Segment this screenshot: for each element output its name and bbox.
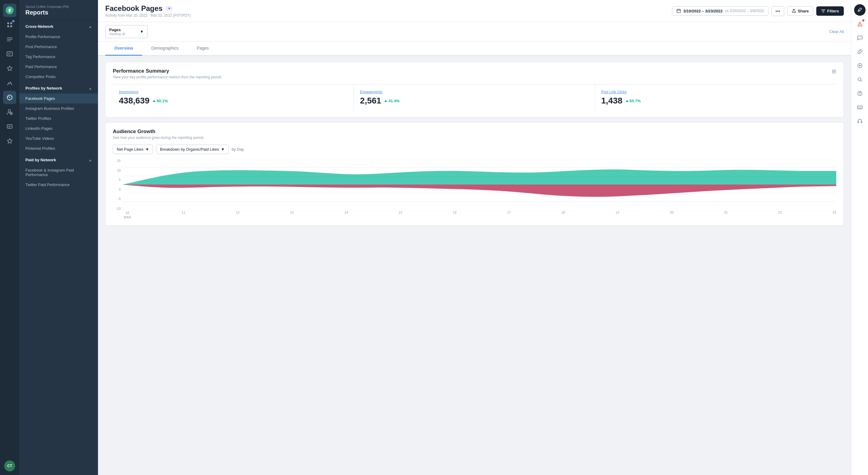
page-title: Facebook Pages ✦ (105, 4, 191, 13)
chart-svg (123, 159, 836, 210)
svg-rect-1 (7, 22, 9, 24)
nav-icon-8[interactable] (3, 120, 16, 133)
right-rail (851, 0, 868, 475)
edit-icon[interactable] (854, 4, 866, 16)
paid-by-network-header[interactable]: Paid by Network ▲ (19, 153, 98, 165)
table-view-icon[interactable]: ⊞ (832, 68, 836, 75)
post-link-clicks-value: 1,438 (601, 96, 622, 106)
audience-growth-card: Audience Growth See how your audience gr… (105, 122, 844, 226)
share-button[interactable]: Share (787, 6, 813, 16)
chevron-up-icon-2: ▲ (89, 87, 92, 90)
user-avatar[interactable]: CT (4, 461, 15, 471)
sidebar-header: Sprout Coffee Corporate (PA) Reports (19, 0, 98, 20)
tab-pages[interactable]: Pages (188, 41, 218, 56)
nav-icon-2[interactable] (3, 33, 16, 46)
svg-point-7 (9, 97, 10, 98)
content-area: Pages Viewing all ▼ Clear All Overview D… (98, 22, 851, 475)
profiles-by-network-section: Profiles by Network ▲ Facebook Pages Ins… (19, 82, 98, 153)
perf-card-header: Performance Summary View your key profil… (113, 68, 836, 79)
engagements-value: 2,561 (360, 96, 381, 106)
clear-all-button[interactable]: Clear All (829, 29, 844, 34)
more-options-button[interactable]: ••• (772, 6, 784, 16)
cards-container: Performance Summary View your key profil… (98, 56, 851, 232)
svg-rect-25 (861, 122, 862, 123)
svg-rect-24 (858, 122, 859, 123)
engagements-label[interactable]: Engagements (360, 90, 589, 94)
sidebar-item-post-performance[interactable]: Post Performance (19, 42, 98, 52)
top-header: Facebook Pages ✦ Activity from Mar 10, 2… (98, 0, 851, 22)
by-day-label: by Day (232, 147, 244, 152)
keyboard-icon[interactable] (854, 102, 866, 113)
post-link-clicks-label[interactable]: Post Link Clicks (601, 90, 830, 94)
alert-badge (862, 19, 864, 22)
metric-post-link-clicks: Post Link Clicks 1,438 65.7% (595, 84, 836, 111)
engagements-change: 41.4% (384, 99, 400, 103)
sidebar-item-twitter-paid[interactable]: Twitter Paid Performance (19, 180, 98, 190)
metric-impressions: Impressions 438,639 60.1% (113, 84, 354, 111)
chart-y-labels: 15 10 5 0 -5 -10 (113, 159, 123, 210)
sidebar-item-facebook-pages[interactable]: Facebook Pages (19, 93, 98, 103)
chevron-up-icon-3: ▲ (89, 158, 92, 162)
sidebar-item-pinterest-profiles[interactable]: Pinterest Profiles (19, 143, 98, 153)
nav-icon-1[interactable] (3, 18, 16, 31)
metric-dropdown[interactable]: Net Page Likes ▼ (113, 145, 153, 154)
perf-card-subtitle: View your key profile performance metric… (113, 75, 222, 79)
audience-growth-subtitle: See how your audience grew during the re… (113, 136, 836, 140)
sidebar-item-paid-performance[interactable]: Paid Performance (19, 62, 98, 72)
nav-icon-4[interactable] (3, 62, 16, 75)
svg-marker-11 (7, 139, 12, 143)
chart-area: 15 10 5 0 -5 -10 (113, 159, 836, 219)
nav-icon-9[interactable] (3, 134, 16, 148)
alert-icon[interactable] (854, 18, 866, 30)
org-name: Sprout Coffee Corporate (PA) (25, 5, 92, 8)
sidebar-item-profile-performance[interactable]: Profile Performance (19, 32, 98, 42)
tab-overview[interactable]: Overview (105, 41, 142, 56)
breakdown-dropdown[interactable]: Breakdown by Organic/Paid Likes ▼ (156, 145, 229, 154)
icon-rail: CT (0, 0, 19, 475)
nav-icon-3[interactable] (3, 47, 16, 60)
sidebar-item-twitter-profiles[interactable]: Twitter Profiles (19, 114, 98, 123)
date-range-button[interactable]: 3/10/2022 – 3/23/2022 vs 2/24/2022 – 3/9… (672, 6, 769, 16)
chevron-up-icon: ▲ (89, 25, 92, 28)
post-link-clicks-change: 65.7% (625, 99, 641, 103)
svg-point-8 (8, 110, 10, 112)
svg-rect-4 (10, 25, 12, 27)
headset-icon[interactable] (854, 116, 866, 127)
chart-controls: Net Page Likes ▼ Breakdown by Organic/Pa… (113, 145, 836, 154)
audience-growth-title: Audience Growth (113, 128, 836, 135)
performance-summary-card: Performance Summary View your key profil… (105, 62, 844, 117)
filters-button[interactable]: Filters (816, 6, 844, 16)
sidebar-item-tag-performance[interactable]: Tag Performance (19, 52, 98, 62)
sidebar-item-instagram-business[interactable]: Instagram Business Profiles (19, 103, 98, 114)
chart-svg-container (123, 159, 836, 210)
svg-rect-2 (10, 22, 12, 24)
sidebar-item-fb-ig-paid[interactable]: Facebook & Instagram Paid Performance (19, 165, 98, 180)
sidebar-item-youtube-videos[interactable]: YouTube Videos (19, 133, 98, 143)
main-content: Facebook Pages ✦ Activity from Mar 10, 2… (98, 0, 851, 475)
filter-bar-left: Pages Viewing all ▼ (105, 25, 148, 38)
page-subtitle: Activity from Mar 10, 2022 - Mar 23, 202… (105, 13, 191, 18)
sidebar-title: Reports (25, 9, 92, 16)
nav-icon-7[interactable] (3, 105, 16, 119)
add-icon[interactable] (854, 60, 866, 71)
sprout-logo[interactable] (3, 4, 16, 17)
nav-icon-5[interactable] (3, 76, 16, 90)
profiles-by-network-header[interactable]: Profiles by Network ▲ (19, 82, 98, 93)
impressions-label[interactable]: Impressions (119, 90, 347, 94)
link-icon[interactable] (854, 46, 866, 58)
sidebar-item-competitor-posts[interactable]: Competitor Posts (19, 72, 98, 82)
sidebar-item-linkedin-pages[interactable]: LinkedIn Pages (19, 123, 98, 133)
search-icon[interactable] (854, 74, 866, 85)
tab-demographics[interactable]: Demographics (142, 41, 187, 56)
cross-network-header[interactable]: Cross-Network ▲ (19, 20, 98, 32)
metric-engagements: Engagements 2,561 41.4% (354, 84, 595, 111)
message-icon[interactable] (854, 32, 866, 43)
premium-badge: ✦ (165, 6, 173, 11)
help-icon[interactable] (854, 88, 866, 99)
chart-x-labels: 10MAR 11 12 13 14 15 16 17 18 19 20 21 2… (123, 211, 836, 219)
perf-card-title: Performance Summary (113, 68, 222, 74)
nav-reports-icon[interactable] (3, 91, 16, 104)
tabs-bar: Overview Demographics Pages (98, 41, 851, 56)
pages-dropdown[interactable]: Pages Viewing all ▼ (105, 25, 148, 38)
svg-rect-12 (677, 9, 681, 13)
